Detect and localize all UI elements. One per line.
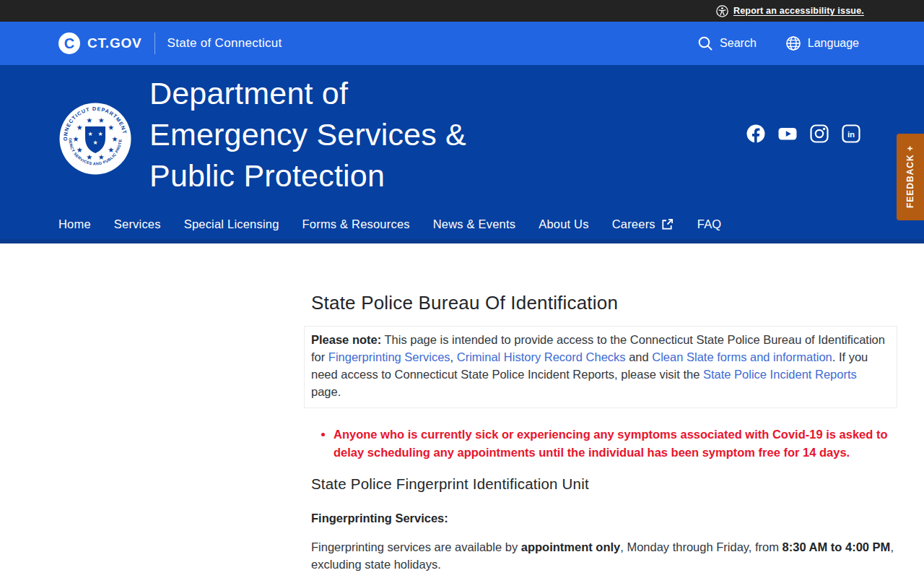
- criminal-history-record-checks-link[interactable]: Criminal History Record Checks: [457, 350, 626, 363]
- covid-alert-item: Anyone who is currently sick or experien…: [334, 426, 896, 461]
- svg-text:★: ★: [86, 153, 92, 161]
- linkedin-icon[interactable]: in: [842, 124, 860, 143]
- fingerprinting-services-label: Fingerprinting Services:: [311, 512, 896, 525]
- department-seal: CONNECTICUT DEPARTMENT OF EMERGENCY SERV…: [59, 103, 131, 175]
- note-label: Please note:: [311, 333, 381, 346]
- feedback-label: FEEDBACK +: [905, 145, 915, 208]
- svg-text:★: ★: [108, 146, 114, 154]
- main-content: State Police Bureau Of Identification Pl…: [311, 248, 896, 578]
- ctgov-logo-text: CT.GOV: [87, 35, 142, 51]
- svg-text:★: ★: [108, 124, 114, 131]
- utility-actions: Search Language: [697, 35, 859, 51]
- nav-item-services[interactable]: Services: [114, 217, 161, 231]
- report-accessibility-link[interactable]: Report an accessibility issue.: [716, 5, 864, 17]
- incident-reports-link[interactable]: State Police Incident Reports: [703, 368, 857, 381]
- accessibility-bar: Report an accessibility issue.: [0, 0, 924, 22]
- search-button[interactable]: Search: [697, 35, 757, 51]
- nav-item-home[interactable]: Home: [58, 217, 91, 231]
- site-name: State of Connecticut: [167, 36, 282, 51]
- accessibility-icon: [716, 5, 728, 17]
- svg-text:★: ★: [112, 135, 118, 143]
- svg-text:★: ★: [98, 153, 105, 161]
- department-header: CONNECTICUT DEPARTMENT OF EMERGENCY SERV…: [0, 65, 924, 243]
- section-heading: State Police Fingerprint Identification …: [311, 475, 896, 493]
- svg-text:★: ★: [98, 116, 105, 124]
- youtube-icon[interactable]: [778, 124, 797, 143]
- ctgov-logo-icon: C: [58, 33, 80, 54]
- page: Report an accessibility issue. C CT.GOV …: [0, 0, 924, 578]
- language-button[interactable]: Language: [785, 35, 859, 51]
- utility-bar: C CT.GOV State of Connecticut Search: [0, 22, 924, 65]
- primary-nav: Home Services Special Licensing Forms & …: [58, 217, 721, 231]
- svg-text:C: C: [64, 35, 74, 51]
- report-accessibility-label: Report an accessibility issue.: [733, 6, 864, 16]
- clean-slate-link[interactable]: Clean Slate forms and information: [652, 350, 832, 363]
- nav-item-special-licensing[interactable]: Special Licensing: [184, 217, 279, 231]
- svg-text:★: ★: [77, 146, 83, 154]
- nav-item-careers[interactable]: Careers: [612, 217, 674, 231]
- external-link-icon: [661, 217, 674, 231]
- feedback-tab[interactable]: FEEDBACK +: [897, 134, 924, 220]
- department-title: Department of Emergency Services & Publi…: [149, 73, 466, 197]
- note-box: Please note: This page is intended to pr…: [304, 326, 897, 408]
- site-branding[interactable]: C CT.GOV State of Connecticut: [58, 33, 282, 54]
- social-links: in: [746, 124, 860, 143]
- nav-item-forms-resources[interactable]: Forms & Resources: [302, 217, 410, 231]
- appointment-paragraph: Fingerprinting services are available by…: [311, 538, 896, 573]
- covid-alert-list: Anyone who is currently sick or experien…: [311, 426, 896, 461]
- search-icon: [697, 35, 713, 51]
- svg-text:★: ★: [97, 131, 103, 137]
- nav-item-news-events[interactable]: News & Events: [433, 217, 515, 231]
- page-title: State Police Bureau Of Identification: [311, 292, 896, 314]
- facebook-icon[interactable]: [746, 124, 765, 143]
- divider: [154, 33, 155, 54]
- nav-item-faq[interactable]: FAQ: [697, 217, 722, 231]
- fingerprinting-services-link[interactable]: Fingerprinting Services: [328, 350, 450, 363]
- svg-text:in: in: [847, 130, 855, 139]
- language-label: Language: [808, 37, 859, 50]
- globe-icon: [785, 35, 801, 51]
- svg-text:★: ★: [73, 135, 79, 143]
- svg-text:★: ★: [87, 131, 92, 137]
- svg-text:★: ★: [86, 116, 92, 124]
- instagram-icon[interactable]: [810, 124, 829, 143]
- search-label: Search: [720, 37, 757, 50]
- nav-item-about-us[interactable]: About Us: [539, 217, 588, 231]
- svg-text:★: ★: [92, 139, 97, 146]
- svg-text:★: ★: [77, 124, 83, 131]
